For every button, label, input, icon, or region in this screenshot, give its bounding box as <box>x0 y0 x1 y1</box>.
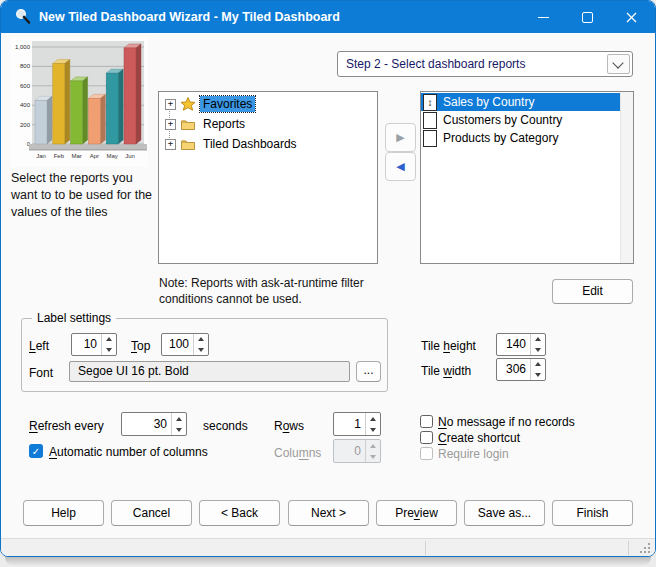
list-item-customers-by-country[interactable]: Customers by Country <box>421 111 620 129</box>
check-icon: ✓ <box>32 446 40 457</box>
spin-up-button[interactable] <box>366 413 380 424</box>
tree-item-reports[interactable]: + Reports <box>159 114 377 134</box>
spin-up-button[interactable] <box>194 334 208 345</box>
svg-text:400: 400 <box>20 102 31 108</box>
close-button[interactable] <box>609 1 653 33</box>
require-login-label: Require login <box>438 447 509 461</box>
tile-width-value[interactable]: 306 <box>497 359 530 380</box>
left-spinner[interactable]: 10 <box>71 333 117 356</box>
move-left-button[interactable]: ◀ <box>385 152 416 181</box>
no-message-checkbox[interactable] <box>420 415 433 428</box>
triangle-up-icon <box>106 337 112 341</box>
tile-width-label: Tile width <box>421 364 471 378</box>
tile-height-value[interactable]: 140 <box>497 334 530 355</box>
edit-button[interactable]: Edit <box>552 279 633 304</box>
svg-text:800: 800 <box>20 63 31 69</box>
note-text: Note: Reports with ask-at-runtime filter… <box>159 275 377 307</box>
refresh-spinner[interactable]: 30 <box>121 412 187 436</box>
maximize-button[interactable] <box>565 1 609 33</box>
triangle-down-icon <box>370 455 376 459</box>
list-scrollbar[interactable] <box>620 92 633 263</box>
list-item-sales-by-country[interactable]: ↕ Sales by Country <box>421 93 620 111</box>
triangle-up-icon <box>370 444 376 448</box>
font-field[interactable]: Segoe UI 16 pt. Bold <box>69 361 350 382</box>
svg-text:May: May <box>107 153 118 159</box>
minimize-icon <box>538 17 549 18</box>
step-selector-dropdown[interactable]: Step 2 - Select dashboard reports <box>337 51 633 77</box>
minimize-button[interactable] <box>521 1 565 33</box>
svg-text:1,000: 1,000 <box>15 44 31 50</box>
back-button[interactable]: < Back <box>199 500 280 526</box>
close-icon <box>626 12 637 23</box>
window-shadow <box>5 556 651 566</box>
expand-icon[interactable]: + <box>165 99 176 110</box>
status-separator <box>425 541 426 555</box>
preview-chart: 02004006008001,000JanFebMarAprMayJun <box>11 37 148 167</box>
chevron-down-icon <box>612 57 623 68</box>
top-spinner[interactable]: 100 <box>161 333 209 356</box>
item-handle-box[interactable] <box>423 130 437 147</box>
tile-height-label: Tile height <box>421 339 476 353</box>
tree-item-label: Reports <box>200 116 248 132</box>
expand-icon[interactable]: + <box>165 139 176 150</box>
spin-up-button[interactable] <box>172 413 186 424</box>
folder-icon <box>180 116 196 132</box>
automatic-columns-label[interactable]: Automatic number of columns <box>49 445 208 459</box>
spin-up-button[interactable] <box>531 334 545 345</box>
tree-item-tiled-dashboards[interactable]: + Tiled Dashboards <box>159 134 377 154</box>
expand-icon[interactable]: + <box>165 119 176 130</box>
no-message-label[interactable]: No message if no records <box>438 415 575 429</box>
triangle-down-icon <box>535 373 541 377</box>
spin-up-button[interactable] <box>102 334 116 345</box>
font-label: Font <box>29 366 53 380</box>
move-right-button[interactable]: ▶ <box>385 123 416 152</box>
screen: New Tiled Dashboard Wizard - My Tiled Da… <box>0 0 656 567</box>
spin-up-button[interactable] <box>531 359 545 370</box>
spin-down-button[interactable] <box>102 345 116 356</box>
columns-spinner: 0 <box>333 439 381 463</box>
triangle-down-icon <box>176 428 182 432</box>
item-handle-box[interactable] <box>423 112 437 129</box>
tree-item-favorites[interactable]: + Favorites <box>159 94 377 114</box>
spin-down-button[interactable] <box>366 424 380 435</box>
create-shortcut-checkbox[interactable] <box>420 431 433 444</box>
help-button[interactable]: Help <box>23 500 104 526</box>
window-title: New Tiled Dashboard Wizard - My Tiled Da… <box>39 1 340 33</box>
magnifier-icon <box>14 8 32 26</box>
left-spinner-value[interactable]: 10 <box>72 334 101 355</box>
rows-spinner[interactable]: 1 <box>333 412 381 436</box>
spin-down-button[interactable] <box>194 345 208 356</box>
spin-down-button[interactable] <box>172 424 186 435</box>
tile-height-spinner[interactable]: 140 <box>496 333 546 356</box>
spin-down-button[interactable] <box>531 370 545 381</box>
save-as-button[interactable]: Save as... <box>464 500 545 526</box>
selected-reports-list: ↕ Sales by Country Customers by Country … <box>420 91 634 264</box>
cancel-button[interactable]: Cancel <box>111 500 192 526</box>
preview-button[interactable]: Preview <box>376 500 457 526</box>
list-item-label: Customers by Country <box>443 111 562 129</box>
tree-item-label: Tiled Dashboards <box>200 136 300 152</box>
spin-down-button[interactable] <box>531 345 545 356</box>
triangle-down-icon <box>370 428 376 432</box>
columns-value: 0 <box>334 440 365 462</box>
font-browse-button[interactable]: ... <box>356 361 381 382</box>
columns-label: Columns <box>274 446 321 460</box>
resize-grip[interactable] <box>639 542 651 554</box>
list-item-products-by-category[interactable]: Products by Category <box>421 129 620 147</box>
titlebar[interactable]: New Tiled Dashboard Wizard - My Tiled Da… <box>1 1 655 33</box>
refresh-every-label: Refresh every <box>29 419 104 433</box>
next-button[interactable]: Next > <box>288 500 369 526</box>
top-spinner-value[interactable]: 100 <box>162 334 193 355</box>
rows-value[interactable]: 1 <box>334 413 365 435</box>
automatic-columns-checkbox[interactable]: ✓ <box>29 444 43 458</box>
tile-width-spinner[interactable]: 306 <box>496 358 546 381</box>
svg-text:Jun: Jun <box>125 153 135 159</box>
require-login-checkbox <box>420 447 433 460</box>
triangle-up-icon <box>370 417 376 421</box>
finish-button[interactable]: Finish <box>552 500 633 526</box>
svg-text:200: 200 <box>20 122 31 128</box>
refresh-value[interactable]: 30 <box>122 413 171 435</box>
reorder-updown-icon[interactable]: ↕ <box>423 94 437 111</box>
svg-text:Jan: Jan <box>36 153 46 159</box>
create-shortcut-label[interactable]: Create shortcut <box>438 431 520 445</box>
